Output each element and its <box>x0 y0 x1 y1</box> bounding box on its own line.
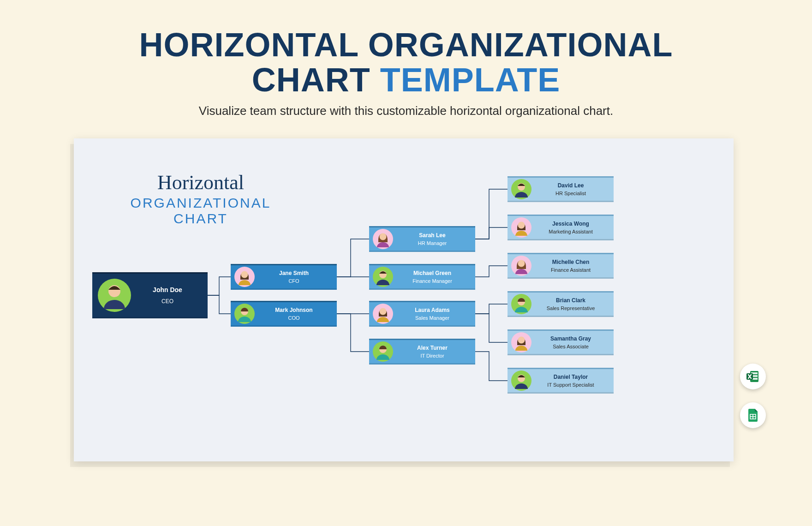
org-node-sales-manager: Laura AdamsSales Manager <box>369 301 475 327</box>
node-role: Sales Representative <box>531 305 610 311</box>
org-node-hr-manager: Sarah LeeHR Manager <box>369 226 475 252</box>
avatar-icon <box>373 341 393 362</box>
chart-heading-script: Horizontal <box>102 171 300 194</box>
node-role: Marketing Assistant <box>531 229 610 234</box>
org-node-finance-assistant: Michelle ChenFinance Assistant <box>508 253 614 279</box>
node-name: Mark Johnson <box>255 307 333 313</box>
title-line-1: HORIZONTAL ORGANIZATIONAL <box>0 28 812 63</box>
node-role: COO <box>255 315 333 321</box>
org-node-finance-manager: Michael GreenFinance Manager <box>369 264 475 290</box>
title-line-2: CHART TEMPLATE <box>0 63 812 98</box>
node-name: Laura Adams <box>393 307 472 313</box>
node-role: CEO <box>131 298 204 305</box>
node-role: Sales Manager <box>393 315 472 321</box>
node-role: CFO <box>255 278 333 284</box>
avatar-icon <box>234 267 255 287</box>
org-node-hr-specialist: David LeeHR Specialist <box>508 176 614 202</box>
node-name: Samantha Gray <box>531 335 610 342</box>
node-name: Daniel Taylor <box>531 374 610 380</box>
node-role: Finance Manager <box>393 278 472 284</box>
node-name: Michael Green <box>393 270 472 276</box>
org-node-coo: Mark JohnsonCOO <box>231 301 337 327</box>
google-sheets-icon <box>746 408 760 423</box>
org-node-sales-rep: Brian ClarkSales Representative <box>508 291 614 317</box>
excel-icon <box>746 369 760 384</box>
chart-heading: Horizontal ORGANIZATIONAL CHART <box>102 171 300 227</box>
avatar-icon <box>373 267 393 287</box>
node-name: Sarah Lee <box>393 232 472 239</box>
chart-heading-plain: ORGANIZATIONAL CHART <box>102 195 300 227</box>
avatar-icon <box>511 217 531 238</box>
org-node-cfo: Jane SmithCFO <box>231 264 337 290</box>
avatar-icon <box>511 294 531 314</box>
avatar-icon <box>511 371 531 391</box>
node-role: IT Director <box>393 353 472 359</box>
excel-badge[interactable] <box>740 364 766 389</box>
org-node-it-director: Alex TurnerIT Director <box>369 339 475 365</box>
org-node-ceo: John Doe CEO <box>92 272 208 318</box>
chart-canvas: Horizontal ORGANIZATIONAL CHART <box>74 138 734 461</box>
avatar-icon <box>234 304 255 324</box>
node-name: John Doe <box>131 286 204 293</box>
node-role: Sales Associate <box>531 344 610 349</box>
org-node-it-support: Daniel TaylorIT Support Specialist <box>508 368 614 394</box>
node-name: Jane Smith <box>255 270 333 276</box>
avatar-icon <box>373 304 393 324</box>
page-title: HORIZONTAL ORGANIZATIONAL CHART TEMPLATE <box>0 0 812 97</box>
avatar-icon <box>511 256 531 276</box>
node-role: Finance Assistant <box>531 267 610 273</box>
node-name: Alex Turner <box>393 345 472 351</box>
node-name: David Lee <box>531 182 610 189</box>
node-name: Jessica Wong <box>531 221 610 227</box>
org-node-sales-associate: Samantha GraySales Associate <box>508 329 614 355</box>
google-sheets-badge[interactable] <box>740 402 766 428</box>
node-name: Michelle Chen <box>531 259 610 265</box>
title-word-chart: CHART <box>252 61 370 98</box>
title-word-template: TEMPLATE <box>380 61 561 98</box>
node-name: Brian Clark <box>531 297 610 304</box>
avatar-icon <box>511 332 531 353</box>
page-subtitle: Visualize team structure with this custo… <box>0 104 812 118</box>
avatar-icon <box>98 279 131 312</box>
node-role: HR Manager <box>393 240 472 246</box>
node-role: HR Specialist <box>531 191 610 196</box>
node-role: IT Support Specialist <box>531 382 610 388</box>
avatar-icon <box>373 229 393 249</box>
avatar-icon <box>511 179 531 199</box>
org-node-marketing-assistant: Jessica WongMarketing Assistant <box>508 215 614 240</box>
